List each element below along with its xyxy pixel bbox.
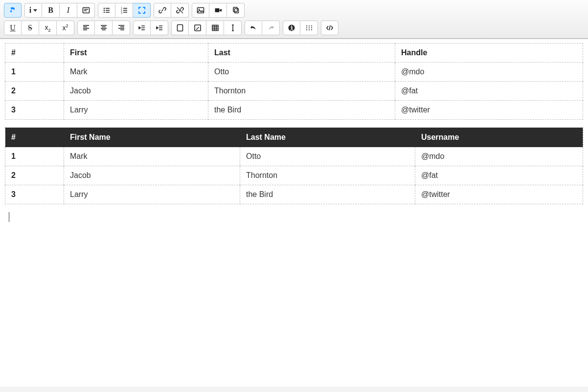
copy-button[interactable] — [227, 3, 245, 18]
video-button[interactable] — [209, 3, 227, 18]
table-row[interactable]: 1MarkOtto@mdo — [5, 63, 583, 82]
table-cell[interactable]: @twitter — [415, 185, 583, 204]
braille-button[interactable] — [300, 21, 318, 35]
underline-button[interactable]: U — [4, 21, 22, 35]
editor-content-area[interactable]: # First Last Handle 1MarkOtto@mdo2JacobT… — [0, 39, 588, 387]
fullscreen-button[interactable] — [133, 3, 151, 18]
svg-point-56 — [311, 27, 312, 28]
editor-toolbar: iBI123 USx2x2 — [0, 0, 588, 39]
unlink-button[interactable] — [171, 3, 189, 18]
table-cell[interactable]: Jacob — [64, 166, 240, 185]
table-icon — [211, 24, 219, 32]
table-row[interactable]: 1MarkOtto@mdo — [5, 147, 583, 166]
italic-button[interactable]: I — [60, 3, 77, 18]
table-cell[interactable]: @fat — [415, 166, 583, 185]
outdent-icon — [138, 24, 146, 32]
table-cell[interactable]: 1 — [5, 63, 64, 82]
ordered-list-button[interactable]: 123 — [115, 3, 133, 18]
svg-point-57 — [311, 29, 312, 30]
svg-point-55 — [311, 25, 312, 26]
align-left-button[interactable] — [77, 21, 95, 35]
calculator-button[interactable] — [171, 21, 189, 35]
table-row[interactable]: 3Larrythe Bird@twitter — [5, 101, 583, 120]
edit-button[interactable] — [189, 21, 206, 35]
superscript-button[interactable]: x2 — [57, 21, 74, 35]
table-cell[interactable]: Otto — [208, 63, 395, 82]
expand-icon — [138, 6, 146, 14]
table-header[interactable]: Handle — [395, 44, 583, 63]
text-cursor — [9, 212, 9, 222]
dir-arrow-icon — [9, 6, 17, 14]
image-button[interactable] — [192, 3, 209, 18]
table-cell[interactable]: Thornton — [240, 166, 415, 185]
insert-table-button[interactable] — [206, 21, 224, 35]
text-cursor-button[interactable] — [224, 21, 242, 35]
info-button[interactable]: i — [24, 3, 42, 18]
table-cell[interactable]: the Bird — [208, 101, 395, 120]
svg-text:3: 3 — [121, 11, 122, 14]
table-cell[interactable]: 1 — [5, 147, 64, 166]
table-header[interactable]: First Name — [64, 128, 240, 147]
strikethrough-button[interactable]: S — [22, 21, 39, 35]
svg-point-54 — [308, 29, 309, 30]
table-cell[interactable]: @fat — [395, 82, 583, 101]
accessibility-button[interactable] — [283, 21, 300, 35]
table-cell[interactable]: @mdo — [415, 147, 583, 166]
table-header[interactable]: Last — [208, 44, 395, 63]
link-button[interactable] — [154, 3, 171, 18]
table-row[interactable]: 3Larrythe Bird@twitter — [5, 185, 583, 204]
table-cell[interactable]: 2 — [5, 82, 64, 101]
svg-point-37 — [181, 28, 182, 29]
table-header[interactable]: Username — [415, 128, 583, 147]
table-row[interactable]: 2JacobThornton@fat — [5, 82, 583, 101]
image-icon — [197, 6, 204, 14]
subscript-button[interactable]: x2 — [39, 21, 57, 35]
unordered-list-button[interactable] — [98, 3, 115, 18]
table-cell[interactable]: 3 — [5, 185, 64, 204]
table-cell[interactable]: @twitter — [395, 101, 583, 120]
table-cell[interactable]: 3 — [5, 101, 64, 120]
outdent-button[interactable] — [133, 21, 151, 35]
align-center-button[interactable] — [95, 21, 113, 35]
table-cell[interactable]: Otto — [240, 147, 415, 166]
svg-point-51 — [306, 29, 307, 30]
edit-icon — [194, 24, 202, 32]
table-cell[interactable]: Jacob — [64, 82, 208, 101]
tag-panel-button[interactable] — [77, 3, 95, 18]
table-cell[interactable]: Mark — [64, 63, 208, 82]
svg-point-50 — [306, 27, 307, 28]
svg-rect-18 — [215, 8, 219, 12]
table-cell[interactable]: Larry — [64, 185, 240, 204]
undo-button[interactable] — [245, 21, 262, 35]
bold-icon: B — [48, 6, 53, 15]
table-header[interactable]: Last Name — [240, 128, 415, 147]
table-cell[interactable]: Thornton — [208, 82, 395, 101]
svg-rect-42 — [212, 25, 218, 31]
content-table-1[interactable]: # First Last Handle 1MarkOtto@mdo2JacobT… — [5, 43, 583, 120]
svg-rect-0 — [83, 8, 89, 13]
redo-icon — [267, 24, 275, 32]
source-code-button[interactable] — [321, 21, 339, 35]
al-center-icon — [100, 24, 108, 32]
table-cell[interactable]: Larry — [64, 101, 208, 120]
text-direction-button[interactable] — [4, 3, 22, 18]
table-row[interactable]: 2JacobThornton@fat — [5, 166, 583, 185]
toolbar-row-1: iBI123 — [4, 3, 584, 18]
table-header[interactable]: # — [5, 128, 64, 147]
indent-button[interactable] — [151, 21, 168, 35]
align-right-button[interactable] — [113, 21, 130, 35]
table-cell[interactable]: Mark — [64, 147, 240, 166]
table-header[interactable]: # — [5, 44, 64, 63]
code-icon — [326, 24, 334, 32]
svg-point-39 — [180, 29, 181, 30]
toolbar-row-2: USx2x2 — [4, 21, 584, 35]
table-cell[interactable]: @mdo — [395, 63, 583, 82]
table-cell[interactable]: the Bird — [240, 185, 415, 204]
calc-icon — [176, 24, 184, 32]
table-header[interactable]: First — [64, 44, 208, 63]
info-icon: i — [29, 6, 31, 15]
bold-button[interactable]: B — [42, 3, 60, 18]
table-cell[interactable]: 2 — [5, 166, 64, 185]
content-table-2[interactable]: # First Name Last Name Username 1MarkOtt… — [5, 128, 583, 204]
copy-icon — [232, 6, 240, 14]
